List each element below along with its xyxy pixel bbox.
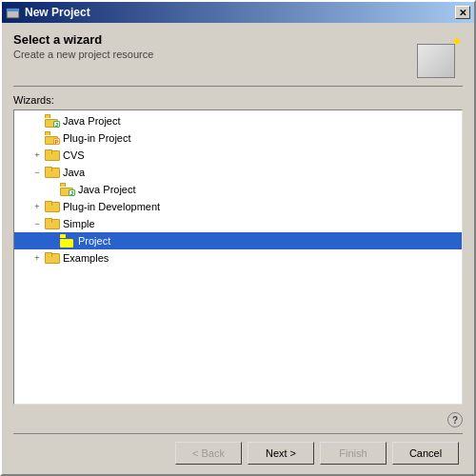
tree-item-java[interactable]: − Java (14, 164, 462, 181)
finish-button[interactable]: Finish (320, 442, 387, 465)
bottom-section: ? < Back Next > Finish Cancel (13, 412, 463, 465)
cancel-button[interactable]: Cancel (392, 442, 459, 465)
tree-item-label: Simple (63, 218, 95, 229)
tree-item-plugin-project-1[interactable]: P Plug-in Project (14, 129, 462, 147)
wizard-icon: ✦ (417, 32, 463, 78)
tree-item-cvs[interactable]: + CVS (14, 147, 462, 164)
expand-icon-cvs[interactable]: + (30, 148, 45, 163)
tree-item-examples[interactable]: + Examples (14, 249, 462, 267)
tree-item-label: Plug-in Development (63, 201, 160, 212)
folder-icon-examples (45, 251, 60, 265)
tree-item-java-project-1[interactable]: J Java Project (14, 112, 462, 129)
window-title: New Project (25, 6, 455, 19)
tree-item-label: Plug-in Project (63, 132, 131, 144)
expand-placeholder (45, 233, 60, 248)
folder-icon-cvs (45, 149, 60, 162)
button-row: < Back Next > Finish Cancel (13, 442, 463, 465)
wizard-tree[interactable]: J Java Project P Plug-in Project (13, 109, 463, 405)
tree-item-plugin-dev[interactable]: + Plug-in Development (14, 198, 462, 215)
expand-icon-examples[interactable]: + (30, 250, 45, 266)
title-bar: New Project ✕ (2, 2, 474, 23)
header-text: Select a wizard Create a new project res… (13, 32, 407, 60)
svg-rect-1 (7, 9, 19, 11)
window-icon (6, 5, 21, 20)
folder-icon-simple (45, 217, 60, 230)
plugin-icon: P (45, 131, 60, 145)
tree-item-label: CVS (63, 149, 85, 161)
java-project-icon: J (45, 114, 60, 128)
wizard-icon-folder (417, 44, 455, 78)
folder-icon-java (45, 166, 60, 179)
tree-item-label: Examples (63, 252, 109, 264)
expand-icon-simple[interactable]: − (30, 216, 45, 231)
java-project-icon-2: J (60, 183, 75, 196)
close-button[interactable]: ✕ (455, 6, 470, 19)
dialog-window: New Project ✕ Select a wizard Create a n… (0, 0, 476, 476)
folder-icon-plugin-dev (45, 200, 60, 213)
tree-item-simple[interactable]: − Simple (14, 215, 462, 232)
next-button[interactable]: Next > (248, 442, 314, 465)
header-title: Select a wizard (13, 32, 407, 47)
header-section: Select a wizard Create a new project res… (13, 32, 463, 78)
help-icon[interactable]: ? (447, 412, 463, 427)
tree-item-label: Project (78, 235, 110, 247)
tree-item-label: Java Project (63, 115, 121, 127)
expand-icon-plugin-dev[interactable]: + (30, 199, 45, 214)
header-subtitle: Create a new project resource (13, 49, 407, 60)
expand-icon-java[interactable]: − (30, 165, 45, 180)
expand-placeholder (30, 130, 45, 146)
tree-item-java-project-2[interactable]: J Java Project (14, 181, 462, 198)
project-icon (60, 234, 75, 248)
wizards-label: Wizards: (13, 94, 463, 106)
button-separator (13, 433, 463, 434)
tree-item-label: Java (63, 167, 85, 178)
header-separator (13, 86, 463, 87)
expand-placeholder (30, 113, 45, 129)
tree-item-project[interactable]: Project (14, 232, 462, 249)
expand-placeholder (45, 182, 60, 197)
wizard-icon-star: ✦ (450, 32, 463, 50)
back-button[interactable]: < Back (175, 442, 242, 465)
tree-item-label: Java Project (78, 184, 136, 195)
dialog-body: Select a wizard Create a new project res… (2, 23, 474, 474)
